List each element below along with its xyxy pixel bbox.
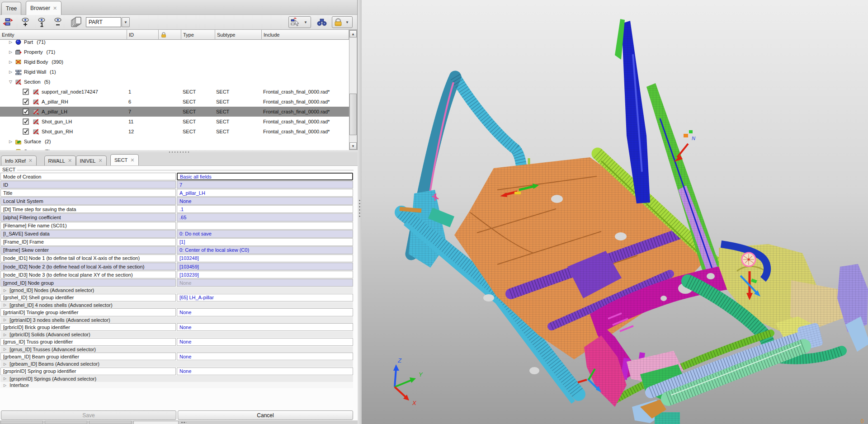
property-value[interactable]: [103248] [177,254,353,262]
column-header-subtype[interactable]: Subtype [215,30,262,40]
property-value[interactable]: None [177,353,353,360]
tree-row-a_pillar_rh[interactable]: ▷A_pillar_RH6SECTSECTFrontal_crash_final… [0,97,349,107]
tree-column-header[interactable]: EntityIDTypeSubtypeInclude [0,30,349,40]
expand-arrow-icon[interactable]: ▽ [9,80,14,84]
tree-folder-property[interactable]: ▷Property(71) [0,47,349,57]
tab-close-icon[interactable]: ✕ [53,5,57,11]
entity-type-combobox[interactable]: PART [86,17,121,27]
entity-type-dropdown-arrow[interactable]: ▼ [122,17,130,27]
expand-arrow-icon[interactable]: ▷ [4,303,6,307]
editor-tab-sect[interactable]: SECT✕ [110,154,139,165]
property-value[interactable]: A_pillar_LH [177,189,353,197]
tree-sync-icon[interactable] [2,16,14,28]
tree-folder-surface[interactable]: ▷Surface(2) [0,137,349,146]
selector-mode-button[interactable]: ▼ [288,16,311,28]
expand-arrow-icon[interactable]: ▷ [4,362,6,366]
panel-splitter[interactable] [358,0,362,424]
property-value[interactable]: Basic all fields [177,173,353,180]
expand-arrow-icon[interactable]: ▷ [4,288,6,292]
tree-folder-section[interactable]: ▽Section(5) [0,77,349,87]
property-value[interactable] [177,222,353,230]
dock-segment[interactable] [89,421,132,424]
tree-row-support_rail_node174247[interactable]: ▷support_rail_node1742471SECTSECTFrontal… [0,87,349,97]
collector-pages-icon[interactable] [70,16,82,28]
row-checkbox[interactable] [23,89,29,95]
property-value[interactable]: [1] [177,238,353,246]
expand-arrow-icon[interactable]: ▷ [4,377,6,381]
scroll-up-button[interactable]: ▲ [349,30,357,38]
tab-close-icon[interactable]: ✕ [130,157,134,163]
expand-arrow-icon[interactable]: ▷ [9,60,14,64]
advanced-selector-row[interactable]: ▷[grnod_ID] Nodes (Advanced selector) [0,287,354,294]
property-value[interactable]: .65 [177,213,353,221]
row-checkbox[interactable] [23,99,29,105]
tab-close-icon[interactable]: ✕ [28,158,33,164]
row-checkbox[interactable] [23,128,29,135]
expand-arrow-icon[interactable]: ▷ [4,333,6,337]
expand-arrow-icon[interactable]: ▷ [9,70,14,74]
editor-tab-inivel[interactable]: INIVEL✕ [76,155,107,165]
lock-button[interactable]: ▼ [332,16,353,28]
tree-row-shot_gun_lh[interactable]: ▷Shot_gun_LH11SECTSECTFrontal_crash_fina… [0,117,349,127]
tree-folder-system[interactable]: ▷?System(5) [0,146,349,150]
dock-segment[interactable] [133,421,179,424]
dock-segment[interactable] [45,421,87,424]
scroll-thumb[interactable] [349,94,357,135]
isolate-eye-one-icon[interactable] [35,16,48,28]
expand-arrow-icon[interactable]: ▷ [9,139,14,144]
property-value[interactable]: None [177,279,353,287]
cancel-button[interactable]: Cancel [178,410,353,420]
scroll-down-button[interactable]: ▼ [349,142,357,150]
property-value[interactable]: 0: Do not save [177,230,353,238]
property-value[interactable]: 7 [177,181,353,188]
tab-close-icon[interactable]: ✕ [68,158,72,164]
selector-dropdown-arrow[interactable]: ▼ [302,17,310,27]
advanced-selector-row[interactable]: ▷[grshel_ID] 4 nodes shells (Advanced se… [0,302,354,309]
advanced-selector-row[interactable]: ▷[grbricID] Solids (Advanced selector) [0,331,354,338]
advanced-selector-row[interactable]: ▷Interface [0,382,354,389]
property-value[interactable]: None [177,367,353,375]
tree-folder-rigid-wall[interactable]: ▷Rigid Wall(1) [0,67,349,77]
column-header-entity[interactable]: Entity [0,30,127,40]
property-value[interactable]: [65] LH_A-pillar [177,294,353,302]
panel-tab-browser[interactable]: Browser✕ [26,1,61,15]
expand-arrow-icon[interactable]: ▷ [4,383,6,387]
column-header-type[interactable]: Type [181,30,215,40]
property-value[interactable]: 0: Center of the local skew (C0) [177,246,353,254]
column-header-id[interactable]: ID [127,30,159,40]
editor-tab-info-xref[interactable]: Info XRef✕ [1,155,37,165]
model-canvas[interactable]: N [362,0,868,424]
property-value[interactable]: [103459] [177,263,353,270]
property-value[interactable]: None [177,197,353,205]
property-value[interactable]: None [177,308,353,316]
viewport-3d[interactable]: N [362,0,868,424]
property-value[interactable]: None [177,323,353,331]
column-header-lock[interactable] [159,30,181,40]
panel-tab-tree[interactable]: Tree [1,2,21,15]
advanced-selector-row[interactable]: ▷[grrus_ID] Trusses (Advanced selector) [0,346,354,353]
advanced-selector-row[interactable]: ▷[grtrianID] 3 nodes shells (Advanced se… [0,317,354,324]
tab-close-icon[interactable]: ✕ [98,158,102,164]
find-binoculars-icon[interactable] [316,16,328,28]
row-checkbox[interactable] [23,108,29,115]
advanced-selector-row[interactable]: ▷[grbeam_ID] Beams (Advanced selector) [0,361,354,367]
hide-eye-minus-icon[interactable] [52,16,64,28]
property-value[interactable]: [103239] [177,271,353,278]
property-value[interactable]: None [177,338,353,346]
expand-arrow-icon[interactable]: ▷ [4,318,6,322]
expand-arrow-icon[interactable]: ▷ [4,347,6,351]
property-value[interactable]: .1 [177,205,353,213]
tree-row-a_pillar_lh[interactable]: ▷A_pillar_LH7SECTSECTFrontal_crash_final… [0,107,349,117]
tree-folder-rigid-body[interactable]: ▷Rigid Body(390) [0,57,349,67]
tree-folder-part[interactable]: ▷Part(71) [0,40,349,47]
dock-segment[interactable] [0,421,43,424]
advanced-selector-row[interactable]: ▷[grsprinID] Springs (Advanced selector) [0,376,354,382]
tree-row-shot_gun_rh[interactable]: ▷Shot_gun_RH12SECTSECTFrontal_crash_fina… [0,127,349,137]
row-checkbox[interactable] [23,118,29,125]
editor-tab-rwall[interactable]: RWALL✕ [44,155,76,165]
expand-arrow-icon[interactable]: ▷ [9,40,14,44]
show-eye-plus-icon[interactable] [19,16,32,28]
save-button[interactable]: Save [1,410,176,420]
lock-dropdown-arrow[interactable]: ▼ [343,17,351,27]
tree-scrollbar[interactable]: ▲ ▼ [349,30,357,150]
